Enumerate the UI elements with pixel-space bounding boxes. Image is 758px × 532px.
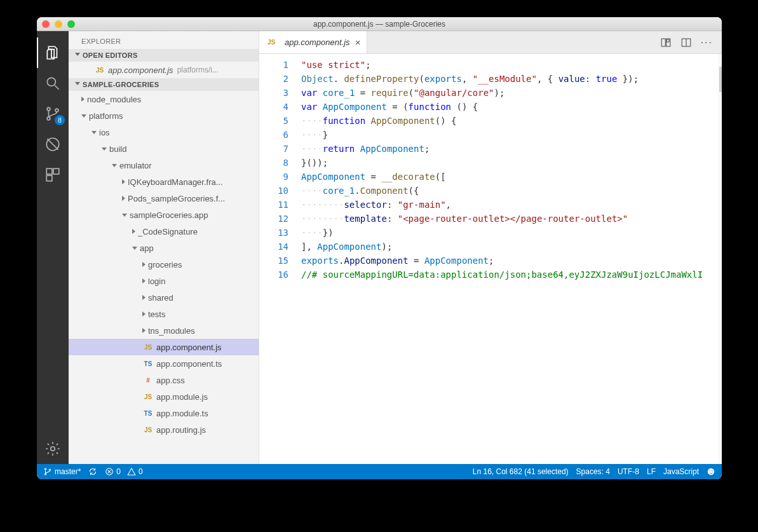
tree-folder[interactable]: emulator [69,157,259,174]
tree-item-label: sampleGroceries.app [130,210,208,220]
editor-window: app.component.js — sample-Groceries 8 [37,17,722,479]
tree-file[interactable]: JSapp.component.js [69,339,259,355]
gear-icon [44,440,61,457]
tree-folder[interactable]: platforms [69,107,259,124]
svg-point-15 [49,469,50,470]
scm-tab[interactable]: 8 [37,99,69,129]
tree-file[interactable]: TSapp.component.ts [69,355,259,372]
explorer-tab[interactable] [37,38,69,68]
file-type-icon: TS [142,410,154,417]
titlebar: app.component.js — sample-Groceries [37,17,722,31]
window-controls [42,20,75,28]
file-type-icon: JS [142,426,154,433]
svg-point-3 [55,109,58,112]
file-type-icon: # [142,377,154,384]
tree-item-label: platforms [89,111,123,121]
encoding-status[interactable]: UTF-8 [618,467,639,476]
editor-actions: ··· [651,31,722,53]
tree-item-label: app.module.js [156,392,208,402]
compare-icon[interactable] [660,37,672,48]
tree-item-label: app [140,243,154,253]
extensions-tab[interactable] [37,160,69,190]
tree-folder[interactable]: sampleGroceries.app [69,207,259,223]
svg-point-17 [708,468,715,475]
chevron-right-icon [132,229,135,234]
svg-point-0 [47,78,55,86]
more-actions-icon[interactable]: ··· [701,37,713,48]
open-editor-path: platforms/i... [177,65,219,74]
warning-icon [127,467,136,476]
svg-point-1 [47,107,50,111]
svg-point-11 [666,39,669,42]
debug-tab[interactable] [37,129,69,160]
split-editor-icon[interactable] [680,37,692,48]
tab-label: app.component.js [285,38,350,47]
settings-tab[interactable] [37,433,69,464]
indent-status[interactable]: Spaces: 4 [576,467,610,476]
chevron-right-icon [142,295,146,300]
js-file-icon: JS [266,39,277,46]
tree-folder[interactable]: IQKeyboardManager.fra... [69,174,259,190]
bug-icon [44,136,61,153]
tree-folder[interactable]: groceries [69,256,259,273]
chevron-down-icon [81,114,86,118]
svg-point-13 [44,468,46,470]
code-editor[interactable]: 12345678910111213141516 "use strict";Obj… [259,54,722,464]
tree-file[interactable]: JSapp.routing.js [69,421,259,438]
tree-file[interactable]: JSapp.module.js [69,388,259,405]
tree-item-label: node_modules [87,95,141,104]
svg-rect-6 [53,168,59,174]
chevron-down-icon [91,131,97,134]
open-editor-item[interactable]: JS app.component.js platforms/i... [69,62,259,78]
chevron-right-icon [122,179,125,184]
error-count: 0 [116,467,121,476]
tree-folder[interactable]: shared [69,289,259,306]
tree-folder[interactable]: tns_modules [69,322,259,339]
chevron-down-icon [112,164,117,167]
sync-button[interactable] [88,467,97,476]
scrollbar-thumb[interactable] [719,67,722,92]
editor-tab[interactable]: JS app.component.js × [259,31,367,53]
tree-item-label: app.css [156,376,185,385]
tree-item-label: Pods_sampleGroceries.f... [128,194,225,203]
minimize-window[interactable] [55,20,62,28]
close-window[interactable] [42,20,50,28]
tree-folder[interactable]: build [69,140,259,157]
tree-item-label: ios [99,128,110,137]
extensions-icon [44,167,61,183]
tree-item-label: app.component.ts [156,359,222,369]
tree-folder[interactable]: _CodeSignature [69,223,259,240]
tree-item-label: IQKeyboardManager.fra... [128,177,223,187]
files-icon [44,44,61,61]
open-editors-header[interactable]: OPEN EDITORS [69,49,259,62]
close-tab-icon[interactable]: × [355,37,361,48]
scrollbar[interactable] [719,54,722,464]
warning-count: 0 [139,467,143,476]
tree-folder[interactable]: Pods_sampleGroceries.f... [69,190,259,207]
tree-file[interactable]: TSapp.module.ts [69,405,259,421]
tree-folder[interactable]: ios [69,124,259,140]
git-branch[interactable]: master* [43,467,81,476]
tree-item-label: app.module.ts [156,409,208,418]
cursor-position[interactable]: Ln 16, Col 682 (41 selected) [473,467,569,476]
svg-point-8 [51,447,55,451]
feedback-button[interactable] [707,467,715,476]
tree-folder[interactable]: tests [69,306,259,322]
code-content[interactable]: "use strict";Object. defineProperty(expo… [295,54,719,464]
eol-status[interactable]: LF [647,467,656,476]
zoom-window[interactable] [67,20,75,28]
chevron-right-icon [81,97,85,102]
tree-folder[interactable]: login [69,273,259,289]
branch-icon [43,467,52,476]
tree-folder[interactable]: app [69,240,259,256]
activity-bar: 8 [37,31,69,464]
workspace-header[interactable]: SAMPLE-GROCERIES [69,78,259,91]
tree-file[interactable]: #app.css [69,372,259,388]
problems[interactable]: 0 0 [105,467,142,476]
chevron-down-icon [102,147,107,151]
search-tab[interactable] [37,68,69,99]
chevron-right-icon [122,196,125,201]
tree-folder[interactable]: node_modules [69,91,259,107]
tree-item-label: app.component.js [156,343,222,352]
language-status[interactable]: JavaScript [663,467,699,476]
